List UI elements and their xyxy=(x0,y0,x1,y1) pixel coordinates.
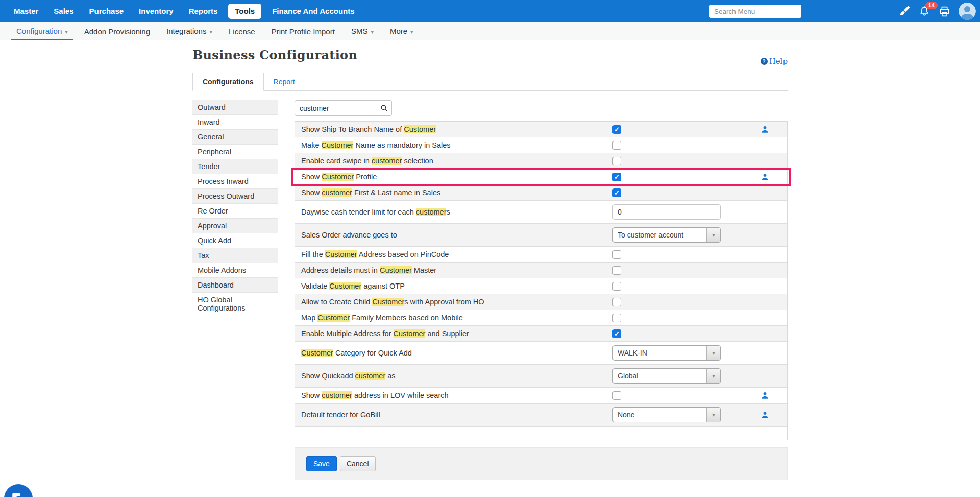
subnav-item-configuration[interactable]: Configuration▾ xyxy=(8,22,76,40)
chevron-down-icon xyxy=(706,228,720,242)
subnav-item-addon-provisioning[interactable]: Addon Provisioning xyxy=(76,23,158,40)
title-row: Business Configuration ? Help xyxy=(192,48,788,62)
user-avatar[interactable] xyxy=(959,3,976,20)
setting-row: Show Ship To Branch Name of Customer xyxy=(295,122,787,137)
chat-launcher[interactable] xyxy=(4,484,33,497)
setting-label: Allow to Create Child Customers with App… xyxy=(301,298,612,306)
subnav-items: Configuration▾Addon ProvisioningIntegrat… xyxy=(0,22,980,40)
row-dropdown[interactable]: To customer account xyxy=(612,227,721,243)
sidebar-item-mobile-addons[interactable]: Mobile Addons xyxy=(192,263,278,278)
topnav-item-inventory[interactable]: Inventory xyxy=(131,0,181,22)
subnav-item-sms[interactable]: SMS▾ xyxy=(343,22,382,40)
action-footer: Save Cancel xyxy=(295,447,788,480)
sidebar-item-approval[interactable]: Approval xyxy=(192,219,278,233)
setting-label: Default tender for GoBill xyxy=(301,411,612,419)
setting-row: Customer Category for Quick Add WALK-IN xyxy=(295,342,787,365)
highlighted-text: Customer xyxy=(322,173,354,181)
row-dropdown[interactable]: None xyxy=(612,407,721,422)
setting-row: Daywise cash tender limit for each custo… xyxy=(295,201,787,224)
sidebar-item-ho-global-configurations[interactable]: HO Global Configurations xyxy=(192,293,278,315)
row-text-input[interactable] xyxy=(612,204,721,220)
setting-control: WALK-IN xyxy=(612,345,781,361)
sidebar-item-re-order[interactable]: Re Order xyxy=(192,204,278,219)
tab-configurations[interactable]: Configurations xyxy=(192,73,264,91)
highlighted-text: customer xyxy=(355,372,386,380)
subnav-item-more[interactable]: More▾ xyxy=(382,22,422,40)
setting-row: Show customer address in LOV while searc… xyxy=(295,388,787,404)
chevron-down-icon: ▾ xyxy=(65,29,68,35)
sidebar-item-general[interactable]: General xyxy=(192,130,278,145)
user-icon[interactable] xyxy=(761,392,769,399)
topnav-item-master[interactable]: Master xyxy=(6,0,46,22)
setting-control xyxy=(612,141,781,150)
row-checkbox[interactable] xyxy=(612,250,621,259)
row-dropdown[interactable]: Global xyxy=(612,368,721,384)
row-checkbox[interactable] xyxy=(612,282,621,291)
topnav-item-sales[interactable]: Sales xyxy=(46,0,81,22)
row-checkbox[interactable] xyxy=(612,329,621,338)
topnav-item-tools[interactable]: Tools xyxy=(228,4,261,19)
sidebar-item-inward[interactable]: Inward xyxy=(192,115,278,130)
user-icon[interactable] xyxy=(761,411,769,419)
row-checkbox[interactable] xyxy=(612,173,621,181)
setting-row: Fill the Customer Address based on PinCo… xyxy=(295,247,787,263)
setting-label: Show customer First & Last name in Sales xyxy=(301,188,612,197)
print-icon[interactable] xyxy=(938,5,951,18)
highlighted-text: customer xyxy=(416,208,447,216)
row-checkbox[interactable] xyxy=(612,266,621,275)
tab-report[interactable]: Report xyxy=(264,73,305,90)
chevron-down-icon xyxy=(706,369,720,383)
setting-control xyxy=(612,250,781,259)
help-link[interactable]: ? Help xyxy=(761,57,788,66)
user-icon[interactable] xyxy=(761,126,769,133)
row-checkbox[interactable] xyxy=(612,314,621,322)
setting-label: Sales Order advance goes to xyxy=(301,231,612,239)
row-checkbox[interactable] xyxy=(612,391,621,400)
setting-control xyxy=(612,391,781,400)
sidebar-item-dashboard[interactable]: Dashboard xyxy=(192,278,278,293)
highlighted-text: Customer xyxy=(372,298,404,306)
cancel-button[interactable]: Cancel xyxy=(340,456,376,471)
save-button[interactable]: Save xyxy=(306,456,337,471)
row-checkbox[interactable] xyxy=(612,125,621,134)
sidebar-item-tax[interactable]: Tax xyxy=(192,248,278,263)
menu-search-input[interactable] xyxy=(709,5,801,18)
highlighted-text: Customer xyxy=(380,266,412,274)
sidebar-item-process-outward[interactable]: Process Outward xyxy=(192,189,278,204)
sidebar-item-quick-add[interactable]: Quick Add xyxy=(192,233,278,248)
setting-control: None xyxy=(612,407,781,422)
row-checkbox[interactable] xyxy=(612,141,621,150)
row-dropdown[interactable]: WALK-IN xyxy=(612,345,721,361)
user-icon[interactable] xyxy=(761,173,769,181)
settings-table: Show Ship To Branch Name of Customer Mak… xyxy=(295,121,788,440)
setting-row: Map Customer Family Members based on Mob… xyxy=(295,310,787,326)
setting-control xyxy=(612,125,781,134)
highlighted-text: Customer xyxy=(404,125,436,133)
sidebar-item-tender[interactable]: Tender xyxy=(192,159,278,174)
topnav-item-purchase[interactable]: Purchase xyxy=(82,0,132,22)
setting-row: Default tender for GoBill None xyxy=(295,404,787,427)
setting-control xyxy=(612,173,781,181)
sub-navbar: Configuration▾Addon ProvisioningIntegrat… xyxy=(0,22,980,40)
subnav-item-print-profile-import[interactable]: Print Profile Import xyxy=(263,23,343,40)
sidebar-item-outward[interactable]: Outward xyxy=(192,100,278,115)
sidebar-item-process-inward[interactable]: Process Inward xyxy=(192,174,278,189)
search-button[interactable] xyxy=(376,100,392,116)
sidebar-item-peripheral[interactable]: Peripheral xyxy=(192,145,278,159)
row-checkbox[interactable] xyxy=(612,188,621,197)
row-checkbox[interactable] xyxy=(612,298,621,306)
topnav-item-finance-and-accounts[interactable]: Finance And Accounts xyxy=(264,0,362,22)
setting-row: Enable card swipe in customer selection xyxy=(295,153,787,169)
setting-control xyxy=(612,266,781,275)
config-search-input[interactable] xyxy=(295,100,376,116)
topnav-item-reports[interactable]: Reports xyxy=(181,0,226,22)
subnav-item-license[interactable]: License xyxy=(220,23,263,40)
notifications-bell-icon[interactable]: 14 xyxy=(918,5,930,17)
setting-control xyxy=(612,188,781,197)
highlighted-text: Customer xyxy=(317,314,350,322)
setting-control xyxy=(612,298,781,306)
theme-brush-icon[interactable] xyxy=(898,5,911,18)
highlighted-text: Customer xyxy=(329,282,361,290)
subnav-item-integrations[interactable]: Integrations▾ xyxy=(158,22,220,40)
row-checkbox[interactable] xyxy=(612,157,621,165)
